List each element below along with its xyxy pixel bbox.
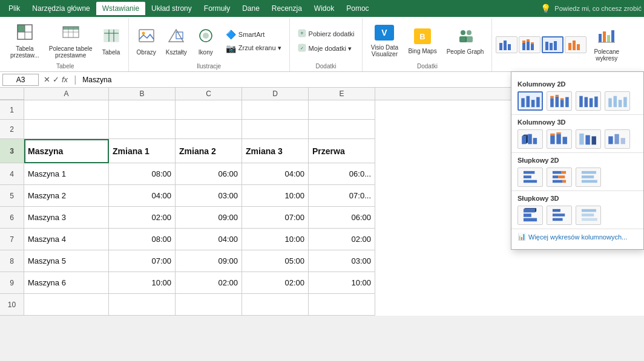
moje-dodatki-button[interactable]: ✓ Moje dodatki ▾	[294, 42, 359, 56]
cell-e9[interactable]: 10:00	[309, 272, 375, 294]
row-header-8[interactable]: 8	[0, 250, 24, 272]
menu-pomoc[interactable]: Pomoc	[340, 2, 375, 15]
bar2d-btn-1[interactable]	[518, 167, 543, 187]
cell-e7[interactable]: 02:00	[309, 229, 375, 250]
cell-d9[interactable]: 02:00	[242, 272, 309, 294]
obrazy-button[interactable]: Obrazy	[133, 24, 160, 59]
smartart-button[interactable]: 🔷 SmartArt	[222, 28, 286, 41]
cell-c8[interactable]: 09:00	[176, 250, 242, 272]
cell-d8[interactable]: 05:00	[242, 250, 309, 272]
cell-e2[interactable]	[309, 120, 375, 139]
kol3d-btn-3[interactable]	[576, 129, 601, 149]
cell-b1[interactable]	[109, 100, 176, 120]
cell-a5[interactable]: Maszyna 2	[24, 185, 109, 207]
cell-e4[interactable]: 06:0...	[309, 163, 375, 185]
row-header-2[interactable]: 2	[0, 120, 24, 139]
row-header-7[interactable]: 7	[0, 229, 24, 250]
zrzut-ekranu-button[interactable]: 📷 Zrzut ekranu ▾	[222, 42, 286, 55]
cell-a7[interactable]: Maszyna 4	[24, 229, 109, 250]
polecane-tabele-button[interactable]: Polecane tabeleprzestawne	[45, 21, 97, 62]
bar3d-btn-3[interactable]	[576, 206, 601, 225]
tabela-button[interactable]: Tabela	[98, 24, 125, 59]
menu-wstawianie[interactable]: Wstawianie	[96, 2, 145, 15]
col-header-d[interactable]: D	[242, 88, 309, 100]
col-header-a[interactable]: A	[24, 88, 109, 100]
cell-e6[interactable]: 06:00	[309, 207, 375, 229]
cell-e10[interactable]	[309, 294, 375, 316]
cell-a2[interactable]	[24, 120, 109, 139]
cell-d5[interactable]: 10:00	[242, 185, 309, 207]
cell-a9[interactable]: Maszyna 6	[24, 272, 109, 294]
polecane-wykresy-button[interactable]: Polecanewykresy	[590, 25, 623, 65]
cell-b9[interactable]: 10:00	[109, 272, 176, 294]
cell-a6[interactable]: Maszyna 3	[24, 207, 109, 229]
cell-c5[interactable]: 03:00	[176, 185, 242, 207]
col-header-c[interactable]: C	[176, 88, 242, 100]
cell-e8[interactable]: 03:00	[309, 250, 375, 272]
cell-d3[interactable]: Zmiana 3	[242, 139, 309, 163]
cell-d7[interactable]: 10:00	[242, 229, 309, 250]
row-header-6[interactable]: 6	[0, 207, 24, 229]
kol2d-btn-3[interactable]	[576, 91, 601, 111]
cell-reference-input[interactable]	[2, 74, 39, 86]
row-header-4[interactable]: 4	[0, 163, 24, 185]
people-graph-button[interactable]: People Graph	[442, 25, 488, 58]
cell-b3[interactable]: Zmiana 1	[109, 139, 176, 163]
cell-e5[interactable]: 07:0...	[309, 185, 375, 207]
row-header-1[interactable]: 1	[0, 100, 24, 120]
cell-c6[interactable]: 09:00	[176, 207, 242, 229]
tabela-przestawna-button[interactable]: Tabelaprzestaw...	[6, 21, 44, 62]
row-header-5[interactable]: 5	[0, 185, 24, 207]
cell-e3[interactable]: Przerwa	[309, 139, 375, 163]
confirm-formula-icon[interactable]: ✓	[53, 75, 59, 84]
cell-a8[interactable]: Maszyna 5	[24, 250, 109, 272]
bar3d-btn-2[interactable]	[547, 206, 572, 225]
cell-c3[interactable]: Zmiana 2	[176, 139, 242, 163]
col-chart-btn-2[interactable]	[519, 36, 540, 53]
menu-widok[interactable]: Widok	[308, 2, 340, 15]
cell-b10[interactable]	[109, 294, 176, 316]
cell-a4[interactable]: Maszyna 1	[24, 163, 109, 185]
cell-d4[interactable]: 04:00	[242, 163, 309, 185]
row-header-9[interactable]: 9	[0, 272, 24, 294]
kol3d-btn-1[interactable]	[518, 129, 543, 149]
col-header-b[interactable]: B	[109, 88, 176, 100]
cell-a3[interactable]: Maszyna	[24, 139, 109, 163]
cell-e1[interactable]	[309, 100, 375, 120]
cell-d2[interactable]	[242, 120, 309, 139]
pobierz-dodatki-button[interactable]: + Pobierz dodatki	[294, 27, 359, 41]
menu-formuly[interactable]: Formuły	[198, 2, 236, 15]
more-charts-link[interactable]: 📊 Więcej wykresów kolumnowych...	[511, 229, 643, 244]
cell-b6[interactable]: 02:00	[109, 207, 176, 229]
ikony-button[interactable]: Ikony	[192, 24, 219, 59]
menu-uklad[interactable]: Układ strony	[145, 2, 198, 15]
cell-d6[interactable]: 07:00	[242, 207, 309, 229]
tell-me-input[interactable]: Powiedz mi, co chcesz zrobić	[554, 5, 642, 12]
bar3d-btn-1[interactable]	[518, 206, 543, 225]
cell-d10[interactable]	[242, 294, 309, 316]
cell-d1[interactable]	[242, 100, 309, 120]
cell-b8[interactable]: 07:00	[109, 250, 176, 272]
row-header-3[interactable]: 3	[0, 139, 24, 163]
cell-c10[interactable]	[176, 294, 242, 316]
col-chart-btn-4[interactable]	[565, 36, 586, 53]
menu-narzedzia[interactable]: Narzędzia główne	[26, 2, 96, 15]
bar2d-btn-3[interactable]	[576, 167, 601, 187]
kol3d-btn-4[interactable]	[605, 129, 630, 149]
col-chart-btn-1[interactable]	[496, 36, 518, 53]
cell-c2[interactable]	[176, 120, 242, 139]
kol2d-btn-1[interactable]	[518, 91, 543, 111]
cell-a10[interactable]	[24, 294, 109, 316]
col-header-e[interactable]: E	[309, 88, 375, 100]
cell-b2[interactable]	[109, 120, 176, 139]
cell-b5[interactable]: 04:00	[109, 185, 176, 207]
visio-button[interactable]: V Visio DataVisualizer	[366, 22, 402, 60]
cell-c7[interactable]: 04:00	[176, 229, 242, 250]
menu-plik[interactable]: Plik	[2, 2, 26, 15]
cell-b7[interactable]: 08:00	[109, 229, 176, 250]
cell-c9[interactable]: 02:00	[176, 272, 242, 294]
ksztalty-button[interactable]: Kształty	[162, 24, 191, 59]
cell-a1[interactable]	[24, 100, 109, 120]
cell-b4[interactable]: 08:00	[109, 163, 176, 185]
cancel-formula-icon[interactable]: ✕	[44, 75, 50, 84]
